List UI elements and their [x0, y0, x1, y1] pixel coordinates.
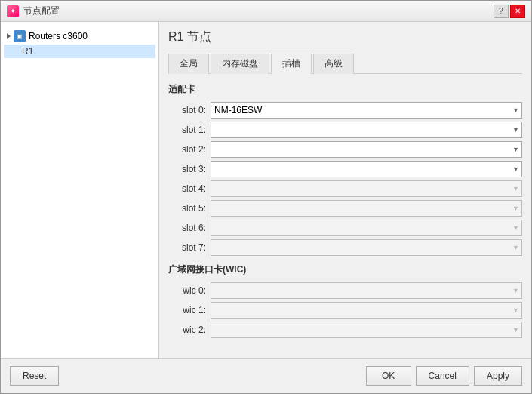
wic-0-select [211, 282, 522, 299]
sidebar-group: ▣ Routers c3600 R1 [4, 28, 155, 58]
slot-2-label: slot 2: [168, 144, 211, 155]
close-button[interactable]: ✕ [510, 5, 525, 18]
slot-1-select[interactable] [211, 122, 522, 138]
slot-0-label: slot 0: [168, 105, 211, 115]
slot-6-select [211, 220, 522, 236]
tab-general[interactable]: 全局 [168, 54, 209, 74]
slot-row-6: slot 6: [168, 220, 522, 236]
content-area: 适配卡 slot 0: NM-16ESW slot 1: [168, 83, 522, 350]
slot-row-2: slot 2: [168, 141, 522, 158]
slot-4-wrapper [211, 180, 522, 197]
slot-row-1: slot 1: [168, 122, 522, 138]
tab-memory[interactable]: 内存磁盘 [211, 54, 269, 74]
slot-row-7: slot 7: [168, 239, 522, 256]
app-icon: ✦ [7, 5, 19, 17]
dialog-footer: Reset OK Cancel Apply [1, 358, 531, 393]
adapter-section-label: 适配卡 [168, 83, 522, 96]
slot-0-wrapper: NM-16ESW [211, 102, 522, 119]
wic-1-label: wic 1: [168, 305, 211, 316]
slot-3-label: slot 3: [168, 164, 211, 174]
wic-0-wrapper [211, 282, 522, 299]
wic-0-label: wic 0: [168, 285, 211, 296]
slot-5-label: slot 5: [168, 203, 211, 214]
tab-advanced[interactable]: 高级 [313, 54, 354, 74]
title-bar: ✦ 节点配置 ? ✕ [1, 1, 531, 22]
slot-0-select[interactable]: NM-16ESW [211, 102, 522, 119]
main-panel: R1 节点 全局 内存磁盘 插槽 高级 适配卡 [159, 22, 531, 358]
apply-button[interactable]: Apply [474, 366, 522, 386]
wic-1-select [211, 302, 522, 319]
slot-6-label: slot 6: [168, 223, 211, 233]
slot-5-select [211, 200, 522, 217]
sidebar-group-header[interactable]: ▣ Routers c3600 [4, 28, 155, 45]
tabs: 全局 内存磁盘 插槽 高级 [168, 53, 522, 74]
slot-1-label: slot 1: [168, 125, 211, 135]
slot-row-0: slot 0: NM-16ESW [168, 102, 522, 119]
slot-5-wrapper [211, 200, 522, 217]
wic-section-label: 广域网接口卡(WIC) [168, 263, 522, 276]
slot-row-4: slot 4: [168, 180, 522, 197]
slot-7-label: slot 7: [168, 242, 211, 253]
slot-7-select [211, 239, 522, 256]
slot-7-wrapper [211, 239, 522, 256]
footer-left: Reset [10, 366, 59, 386]
slot-1-wrapper [211, 122, 522, 138]
slot-row-5: slot 5: [168, 200, 522, 217]
slot-3-wrapper [211, 161, 522, 177]
router-icon: ▣ [14, 30, 26, 42]
tab-slots[interactable]: 插槽 [271, 54, 312, 74]
cancel-button[interactable]: Cancel [416, 366, 469, 386]
reset-button[interactable]: Reset [10, 366, 59, 386]
node-title: R1 节点 [168, 29, 522, 45]
slot-2-select[interactable] [211, 141, 522, 158]
wic-row-1: wic 1: [168, 302, 522, 319]
slot-row-3: slot 3: [168, 161, 522, 177]
dialog-content: ▣ Routers c3600 R1 R1 节点 全局 内存磁盘 [1, 22, 531, 358]
dialog: ✦ 节点配置 ? ✕ ▣ Routers c3600 R1 R1 [0, 0, 532, 394]
help-button[interactable]: ? [494, 5, 509, 18]
wic-2-wrapper [211, 322, 522, 338]
expand-icon [7, 33, 11, 39]
wic-1-wrapper [211, 302, 522, 319]
footer-right: OK Cancel Apply [366, 366, 522, 386]
sidebar-item-r1[interactable]: R1 [4, 45, 155, 58]
slot-4-select [211, 180, 522, 197]
slot-3-select[interactable] [211, 161, 522, 177]
wic-row-0: wic 0: [168, 282, 522, 299]
sidebar: ▣ Routers c3600 R1 [1, 22, 159, 358]
wic-2-select [211, 322, 522, 338]
wic-row-2: wic 2: [168, 322, 522, 338]
slot-4-label: slot 4: [168, 183, 211, 194]
title-bar-left: ✦ 节点配置 [7, 5, 60, 17]
dialog-title: 节点配置 [23, 5, 60, 17]
slot-6-wrapper [211, 220, 522, 236]
ok-button[interactable]: OK [366, 366, 411, 386]
sidebar-group-label: Routers c3600 [29, 31, 88, 42]
wic-2-label: wic 2: [168, 325, 211, 335]
title-buttons: ? ✕ [494, 5, 525, 18]
slot-2-wrapper [211, 141, 522, 158]
